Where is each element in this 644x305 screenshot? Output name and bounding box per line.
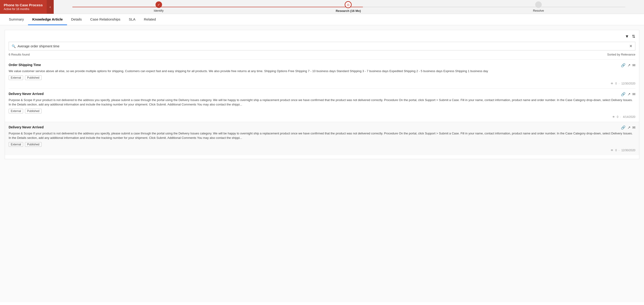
clear-search-icon[interactable]: ✕ [629, 44, 632, 48]
knowledge-article-card: ▼ ⇅ 🔍 ✕ 6 Results found Sorted by Releva… [5, 30, 639, 159]
article-views: 0 [617, 115, 618, 119]
article-tags: External Published [9, 142, 635, 147]
article-views: 0 [615, 82, 617, 85]
process-subtitle: Active for 16 months [4, 7, 43, 11]
search-bar: 🔍 ✕ [9, 42, 635, 50]
article-item: Delivery Never Arrived 🔗 ↗ ✉ Purpose & S… [9, 88, 635, 122]
article-title: Delivery Never Arrived [9, 92, 44, 96]
process-line-fill [72, 7, 363, 7]
article-link-icon[interactable]: 🔗 [621, 63, 626, 67]
article-external-icon[interactable]: ↗ [628, 92, 630, 96]
article-date: 4/14/2020 [623, 115, 635, 119]
tab-knowledge-article[interactable]: Knowledge Article [28, 14, 67, 25]
main-content: ▼ ⇅ 🔍 ✕ 6 Results found Sorted by Releva… [0, 25, 644, 302]
tag-published: Published [25, 142, 42, 147]
article-email-icon[interactable]: ✉ [632, 92, 635, 96]
tab-sla[interactable]: SLA [125, 14, 140, 25]
article-separator: · [620, 115, 621, 119]
eye-icon: 👁 [612, 115, 615, 119]
results-meta: 6 Results found Sorted by Relevance [9, 53, 635, 56]
article-header: Order Shipping Time 🔗 ↗ ✉ [9, 63, 635, 67]
article-link-icon[interactable]: 🔗 [621, 92, 626, 96]
article-header: Delivery Never Arrived 🔗 ↗ ✉ [9, 92, 635, 96]
article-body: Purpose & Scope If your product is not d… [9, 98, 635, 107]
sort-icon[interactable]: ⇅ [632, 34, 635, 39]
article-tags: External Published [9, 75, 635, 80]
step-research-label: Research (16 Mo) [336, 9, 361, 12]
process-name: Phone to Case Process [4, 3, 43, 7]
article-item: Order Shipping Time 🔗 ↗ ✉ We value custo… [9, 59, 635, 88]
article-actions: 🔗 ↗ ✉ [621, 92, 635, 96]
tag-published: Published [25, 75, 42, 80]
article-external-icon[interactable]: ↗ [628, 125, 630, 130]
eye-icon: 👁 [610, 82, 614, 85]
article-email-icon[interactable]: ✉ [632, 63, 635, 67]
step-identify-label: Identify [154, 9, 164, 12]
tab-details[interactable]: Details [67, 14, 86, 25]
article-separator: · [619, 149, 620, 152]
eye-icon: 👁 [610, 149, 614, 152]
article-email-icon[interactable]: ✉ [632, 125, 635, 130]
nav-tabs: Summary Knowledge Article Details Case R… [0, 14, 644, 25]
article-actions: 🔗 ↗ ✉ [621, 63, 635, 67]
article-footer: 👁 0 · 12/30/2020 [9, 149, 635, 152]
step-research-circle: ◎ [345, 1, 352, 8]
article-link-icon[interactable]: 🔗 [621, 125, 626, 130]
article-body: Purpose & Scope If your product is not d… [9, 131, 635, 140]
article-header: Delivery Never Arrived 🔗 ↗ ✉ [9, 125, 635, 130]
article-footer: 👁 0 · 12/30/2020 [9, 82, 635, 85]
step-identify-circle: ✓ [156, 1, 162, 8]
search-input[interactable] [18, 44, 629, 48]
step-identify[interactable]: ✓ Identify [154, 1, 164, 12]
article-footer: 👁 0 · 4/14/2020 [9, 115, 635, 119]
step-resolve[interactable]: Resolve [533, 1, 544, 12]
results-sort: Sorted by Relevance [607, 53, 635, 56]
article-title: Order Shipping Time [9, 63, 41, 67]
article-tags: External Published [9, 109, 635, 113]
article-views: 0 [615, 149, 617, 152]
step-research[interactable]: ◎ Research (16 Mo) [336, 1, 361, 12]
step-resolve-circle [535, 1, 542, 8]
process-bar: Phone to Case Process Active for 16 mont… [0, 0, 644, 14]
tag-external: External [9, 142, 23, 147]
article-date: 12/30/2020 [621, 82, 635, 85]
process-steps: ✓ Identify ◎ Research (16 Mo) Resolve [54, 1, 644, 12]
search-icon: 🔍 [12, 44, 16, 48]
chevron-left-icon: ‹ [50, 5, 51, 9]
article-body: We value customer service above all else… [9, 69, 635, 73]
step-resolve-label: Resolve [533, 9, 544, 12]
article-date: 12/30/2020 [621, 149, 635, 152]
article-actions: 🔗 ↗ ✉ [621, 125, 635, 130]
process-title: Phone to Case Process Active for 16 mont… [0, 0, 47, 14]
tag-external: External [9, 109, 23, 113]
tab-case-relationships[interactable]: Case Relationships [86, 14, 124, 25]
results-count: 6 Results found [9, 53, 30, 56]
tag-external: External [9, 75, 23, 80]
tag-published: Published [25, 109, 42, 113]
article-external-icon[interactable]: ↗ [628, 63, 630, 67]
article-item: Delivery Never Arrived 🔗 ↗ ✉ Purpose & S… [5, 122, 639, 155]
toolbar-row: ▼ ⇅ [9, 34, 635, 39]
article-title: Delivery Never Arrived [9, 125, 44, 129]
article-separator: · [619, 82, 620, 85]
process-collapse-button[interactable]: ‹ [47, 0, 54, 14]
filter-icon[interactable]: ▼ [625, 34, 629, 39]
tab-summary[interactable]: Summary [5, 14, 28, 25]
tab-related[interactable]: Related [140, 14, 160, 25]
